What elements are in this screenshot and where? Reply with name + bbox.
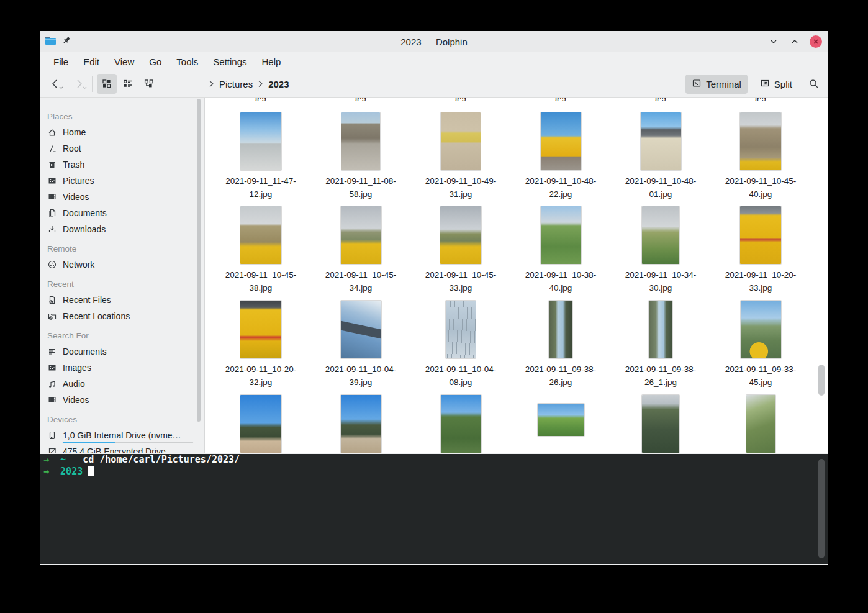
close-icon[interactable] [810,35,822,48]
file-thumbnail[interactable] [240,301,281,358]
file-item-2021-09-11-10-45-38-jpg[interactable]: 2021-09-11_10-45-38.jpg [211,206,310,294]
file-thumbnail[interactable] [746,395,775,453]
menu-settings[interactable]: Settings [207,55,253,69]
file-item[interactable] [211,395,310,453]
file-item[interactable] [311,395,410,453]
file-thumbnail[interactable] [240,112,281,170]
file-item-2021-09-11-10-45-34-jpg[interactable]: 2021-09-11_10-45-34.jpg [311,206,410,294]
file-item[interactable] [711,395,810,453]
file-thumbnail[interactable] [541,112,581,170]
file-item-2021-09-11-09-38-26-1-jpg[interactable]: 2021-09-11_09-38-26_1.jpg [611,301,710,389]
file-item[interactable] [411,395,510,453]
file-thumbnail[interactable] [642,395,679,453]
file-item-2021-09-11-11-47-12-jpg[interactable]: 2021-09-11_11-47-12.jpg [211,112,310,201]
split-button[interactable]: Split [754,75,798,94]
file-view-scrollbar[interactable] [815,98,828,453]
icons-view-button[interactable] [97,74,117,94]
recent-locations-icon [47,311,57,321]
breadcrumb-item-pictures[interactable]: Pictures [218,78,254,91]
breadcrumb: Pictures2023 [209,78,291,91]
file-thumbnail[interactable] [649,301,672,358]
file-thumbnail[interactable] [441,395,481,453]
forward-button[interactable] [70,75,88,93]
file-item-2021-09-11-09-38-26-jpg[interactable]: 2021-09-11_09-38-26.jpg [511,301,610,389]
terminal-text: cd /home/carl/Pictures/2023/ [66,454,240,465]
titlebar[interactable]: 2023 — Dolphin [40,31,828,52]
sidebar-item-recent-locations[interactable]: Recent Locations [40,308,204,324]
sidebar-item-root[interactable]: Root [40,140,204,157]
sidebar-item-1-0-gib-internal-drive-nvme[interactable]: 1,0 GiB Internal Drive (nvme… [40,427,204,443]
file-item-2021-09-11-10-45-40-jpg[interactable]: 2021-09-11_10-45-40.jpg [711,112,810,201]
file-view[interactable]: jpgjpgjpgjpgjpgjpg2021-09-11_11-47-12.jp… [205,98,815,453]
sidebar-item-475-4-gib-encrypted-drive[interactable]: 475.4 GiB Encrypted Drive [40,443,204,453]
sidebar-item-home[interactable]: Home [40,124,204,140]
file-item-2021-09-11-10-34-30-jpg[interactable]: 2021-09-11_10-34-30.jpg [611,206,710,294]
file-label-clipped: jpg [711,98,810,102]
sidebar-item-network[interactable]: Network [40,257,204,273]
file-item-2021-09-11-09-33-45-jpg[interactable]: 2021-09-11_09-33-45.jpg [711,301,810,389]
file-item-2021-09-11-10-38-40-jpg[interactable]: 2021-09-11_10-38-40.jpg [511,206,610,294]
terminal-toggle-button[interactable]: Terminal [685,75,748,94]
file-thumbnail[interactable] [549,301,572,358]
file-thumbnail[interactable] [441,112,481,170]
compact-view-button[interactable] [118,74,138,94]
file-thumbnail[interactable] [538,404,584,436]
file-item-2021-09-11-10-48-01-jpg[interactable]: 2021-09-11_10-48-01.jpg [611,112,710,201]
sidebar-item-videos[interactable]: Videos [40,189,204,205]
file-thumbnail[interactable] [541,206,581,264]
search-icon[interactable] [805,75,823,93]
maximize-icon[interactable] [789,35,801,48]
file-label: 2021-09-11_10-49-31.jpg [425,175,497,201]
file-thumbnail[interactable] [341,112,380,170]
file-view-scrollbar-thumb[interactable] [818,365,825,396]
file-item[interactable] [611,395,710,453]
terminal-panel[interactable]: → ~ cd /home/carl/Pictures/2023/→ 2023 [40,454,828,564]
minimize-icon[interactable] [767,35,780,48]
file-item-2021-09-11-10-04-08-jpg[interactable]: 2021-09-11_10-04-08.jpg [411,301,510,389]
file-item-2021-09-11-10-20-33-jpg[interactable]: 2021-09-11_10-20-33.jpg [711,206,810,294]
file-item-2021-09-11-10-45-33-jpg[interactable]: 2021-09-11_10-45-33.jpg [411,206,510,294]
terminal-line: → ~ cd /home/carl/Pictures/2023/ [40,454,828,466]
menu-file[interactable]: File [47,55,75,69]
terminal-text: → [43,466,49,477]
sidebar-item-recent-files[interactable]: Recent Files [40,292,204,308]
file-item[interactable] [511,404,610,436]
file-item-2021-09-11-10-49-31-jpg[interactable]: 2021-09-11_10-49-31.jpg [411,112,510,201]
file-item-2021-09-11-10-20-32-jpg[interactable]: 2021-09-11_10-20-32.jpg [211,301,310,389]
places-panel: PlacesHomeRootTrashPicturesVideosDocumen… [40,98,205,453]
file-thumbnail[interactable] [341,301,381,358]
sidebar-item-documents[interactable]: Documents [40,205,204,221]
sidebar-item-downloads[interactable]: Downloads [40,221,204,237]
menu-help[interactable]: Help [256,55,287,69]
sidebar-item-trash[interactable]: Trash [40,157,204,173]
menu-tools[interactable]: Tools [170,55,204,69]
back-button[interactable] [46,75,65,93]
file-thumbnail[interactable] [341,395,381,453]
videos-icon [47,192,57,202]
file-thumbnail[interactable] [642,206,679,264]
file-thumbnail[interactable] [240,395,281,453]
tree-view-button[interactable] [139,74,159,94]
file-item-2021-09-11-10-04-39-jpg[interactable]: 2021-09-11_10-04-39.jpg [311,301,410,389]
file-thumbnail[interactable] [440,206,481,264]
terminal-scrollbar[interactable] [818,459,825,558]
menu-view[interactable]: View [108,55,140,69]
file-thumbnail[interactable] [641,112,681,170]
menu-edit[interactable]: Edit [77,55,106,69]
split-button-label: Split [774,79,792,89]
file-thumbnail[interactable] [446,301,476,358]
sidebar-item-pictures[interactable]: Pictures [40,173,204,189]
breadcrumb-item-2023[interactable]: 2023 [267,78,290,91]
file-thumbnail[interactable] [740,206,781,264]
file-item-2021-09-11-10-48-22-jpg[interactable]: 2021-09-11_10-48-22.jpg [511,112,610,201]
sidebar-item-audio[interactable]: Audio [40,376,204,392]
file-thumbnail[interactable] [240,206,281,264]
menu-go[interactable]: Go [143,55,168,69]
sidebar-item-videos[interactable]: Videos [40,392,204,408]
file-thumbnail[interactable] [341,206,381,264]
file-thumbnail[interactable] [740,112,781,170]
file-thumbnail[interactable] [741,301,781,358]
sidebar-item-images[interactable]: Images [40,360,204,376]
file-item-2021-09-11-11-08-58-jpg[interactable]: 2021-09-11_11-08-58.jpg [311,112,410,201]
sidebar-item-documents[interactable]: Documents [40,343,204,360]
